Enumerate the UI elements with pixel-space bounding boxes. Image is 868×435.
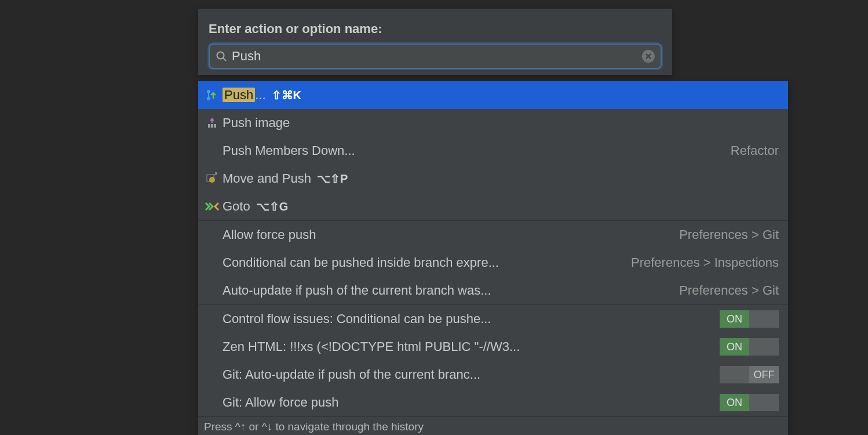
toggle-control-flow[interactable]: Control flow issues: Conditional can be … — [198, 305, 788, 333]
toggle-git-allow-force[interactable]: Git: Allow force push ON — [198, 389, 788, 416]
action-push[interactable]: Push... ⇧⌘K — [198, 81, 788, 109]
shortcut: ⌥⇧P — [317, 172, 348, 186]
search-input[interactable] — [232, 49, 642, 64]
toggle-label: Git: Allow force push — [223, 395, 339, 410]
svg-rect-8 — [211, 124, 213, 128]
toggle-switch[interactable]: ON — [720, 394, 779, 411]
pref-label: Allow force push — [223, 227, 316, 242]
shortcut: ⌥⇧G — [256, 200, 289, 213]
search-icon — [216, 50, 227, 62]
pref-path: Preferences > Git — [679, 283, 779, 298]
action-category: Refactor — [731, 143, 779, 158]
pref-label: Conditional can be pushed inside branch … — [223, 255, 499, 270]
svg-point-5 — [207, 97, 210, 100]
action-move-and-push[interactable]: Move and Push ⌥⇧P — [198, 165, 788, 193]
toggle-zen-html[interactable]: Zen HTML: !!!xs (<!DOCTYPE html PUBLIC "… — [198, 333, 788, 361]
shortcut: ⇧⌘K — [272, 88, 301, 102]
pref-conditional-pushed[interactable]: Conditional can be pushed inside branch … — [198, 249, 788, 277]
toggle-label: Git: Auto-update if push of the current … — [223, 367, 480, 382]
toggle-switch[interactable]: ON — [720, 310, 779, 328]
prompt-label: Enter action or option name: — [209, 21, 662, 37]
action-goto[interactable]: Goto ⌥⇧G — [198, 193, 788, 220]
action-label: Goto — [223, 199, 250, 214]
pref-auto-update-push[interactable]: Auto-update if push of the current branc… — [198, 277, 788, 304]
toggle-git-auto-update[interactable]: Git: Auto-update if push of the current … — [198, 361, 788, 389]
move-push-icon — [202, 172, 223, 186]
pref-allow-force-push[interactable]: Allow force push Preferences > Git — [198, 221, 788, 249]
results-list: Push... ⇧⌘K Push image Push Members Down… — [198, 81, 788, 435]
goto-icon — [202, 201, 223, 212]
toggle-switch[interactable]: OFF — [720, 366, 779, 383]
toggle-label: Control flow issues: Conditional can be … — [223, 311, 491, 327]
toggle-switch[interactable]: ON — [720, 338, 779, 356]
svg-point-4 — [207, 90, 210, 93]
svg-rect-7 — [208, 124, 210, 128]
pref-path: Preferences > Inspections — [631, 255, 779, 270]
action-push-image[interactable]: Push image — [198, 109, 788, 137]
action-label: Push Members Down... — [223, 143, 355, 158]
action-label: Push image — [223, 115, 290, 130]
vcs-push-icon — [202, 88, 223, 102]
svg-line-1 — [223, 58, 226, 61]
toggle-label: Zen HTML: !!!xs (<!DOCTYPE html PUBLIC "… — [223, 339, 520, 354]
action-label: Push... — [223, 88, 266, 103]
svg-point-12 — [211, 179, 214, 182]
search-field-wrapper[interactable] — [209, 44, 662, 69]
svg-rect-9 — [214, 124, 216, 128]
footer-hint: Press ^↑ or ^↓ to navigate through the h… — [198, 416, 788, 435]
svg-point-0 — [217, 52, 224, 59]
push-image-icon — [202, 116, 223, 130]
action-label: Move and Push — [223, 171, 311, 186]
find-action-popup: Enter action or option name: — [198, 9, 672, 75]
pref-path: Preferences > Git — [679, 227, 779, 242]
action-push-members-down[interactable]: Push Members Down... Refactor — [198, 137, 788, 165]
clear-button[interactable] — [642, 50, 655, 63]
pref-label: Auto-update if push of the current branc… — [223, 283, 491, 298]
